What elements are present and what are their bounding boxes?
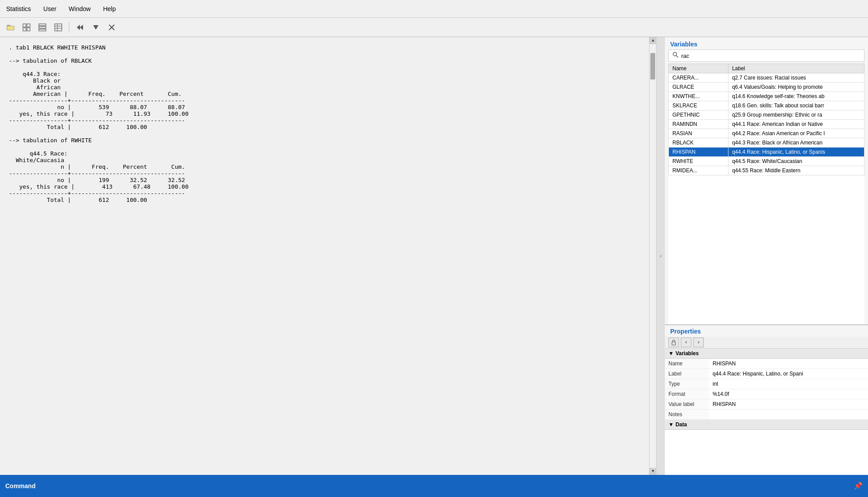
variables-section: Variables Name Label bbox=[665, 37, 868, 325]
property-row: Value label RHISPAN bbox=[665, 399, 868, 410]
results-text: . tab1 RBLACK RWHITE RHISPAN --> tabulat… bbox=[9, 44, 640, 203]
toolbar bbox=[0, 18, 868, 37]
menu-statistics[interactable]: Statistics bbox=[4, 4, 34, 14]
prop-key: Type bbox=[665, 379, 709, 389]
properties-body: ▼ Variables Name RHISPAN Label q44.4 Rac… bbox=[665, 349, 868, 475]
var-label: q44.5 Race: White/Caucasian bbox=[728, 157, 864, 166]
menubar: Statistics User Window Help bbox=[0, 0, 868, 18]
table-row[interactable]: RHISPAN q44.4 Race: Hispanic, Latino, or… bbox=[669, 148, 864, 157]
variables-section-header: Variables bbox=[665, 37, 868, 49]
menu-help[interactable]: Help bbox=[100, 4, 118, 14]
panel-collapse-button[interactable]: ‹ bbox=[656, 37, 665, 475]
var-label: q44.2 Race: Asian American or Pacific I bbox=[728, 129, 864, 138]
svg-rect-7 bbox=[39, 27, 46, 28]
var-name: GLRACE bbox=[669, 83, 728, 92]
var-name: SKLRACE bbox=[669, 101, 728, 110]
var-label: q18.6 Gen. skills: Talk about social bar… bbox=[728, 101, 864, 110]
back-button[interactable] bbox=[73, 20, 87, 34]
table-row[interactable]: CARERA... q2.7 Care issues: Racial issue… bbox=[669, 73, 864, 83]
dropdown-arrow[interactable] bbox=[89, 20, 103, 34]
prop-key: Name bbox=[665, 359, 709, 368]
var-label: q44.4 Race: Hispanic, Latino, or Spanis bbox=[728, 148, 864, 157]
svg-rect-9 bbox=[55, 24, 62, 31]
svg-rect-5 bbox=[27, 28, 30, 31]
table-row[interactable]: RWHITE q44.5 Race: White/Caucasian bbox=[669, 157, 864, 166]
svg-line-19 bbox=[676, 56, 679, 58]
next-button[interactable]: › bbox=[693, 338, 704, 347]
svg-rect-20 bbox=[672, 342, 676, 345]
properties-rows: Name RHISPAN Label q44.4 Race: Hispanic,… bbox=[665, 359, 868, 420]
properties-header: Properties bbox=[665, 325, 868, 337]
results-scrollbar[interactable]: ▲ ▼ bbox=[649, 37, 656, 475]
var-name: RBLACK bbox=[669, 138, 728, 148]
svg-rect-1 bbox=[7, 26, 14, 30]
var-label: q44.3 Race: Black or African American bbox=[728, 138, 864, 148]
right-panel: Variables Name Label bbox=[665, 37, 868, 475]
var-label: q25.9 Group membership: Ethnic or ra bbox=[728, 110, 864, 120]
svg-marker-13 bbox=[77, 25, 80, 30]
open-data-button[interactable] bbox=[4, 20, 18, 34]
prop-value: RHISPAN bbox=[709, 359, 868, 368]
prop-value: int bbox=[709, 379, 868, 389]
property-row: Format %14.0f bbox=[665, 389, 868, 399]
col-header-label: Label bbox=[728, 64, 864, 73]
grid-icon[interactable] bbox=[19, 20, 34, 34]
var-label: q44.1 Race: American Indian or Native bbox=[728, 120, 864, 129]
variables-search-input[interactable] bbox=[681, 53, 860, 59]
svg-marker-14 bbox=[80, 25, 83, 30]
scroll-down-arrow[interactable]: ▼ bbox=[649, 468, 657, 475]
data-subsection-toggle[interactable]: ▼ Data bbox=[665, 420, 868, 430]
scroll-thumb[interactable] bbox=[650, 53, 655, 80]
command-bar: Command 📌 bbox=[0, 475, 868, 497]
prop-value: RHISPAN bbox=[709, 399, 868, 409]
svg-rect-2 bbox=[23, 24, 26, 27]
triangle-icon: ▼ bbox=[668, 350, 674, 357]
variables-search-bar bbox=[668, 49, 864, 62]
table-row[interactable]: GPETHNIC q25.9 Group membership: Ethnic … bbox=[669, 110, 864, 120]
var-label: q44.55 Race: Middle Eastern bbox=[728, 166, 864, 175]
var-label: q6.4 Values/Goals: Helping to promote bbox=[728, 83, 864, 92]
prop-key: Label bbox=[665, 369, 709, 379]
prop-key: Notes bbox=[665, 410, 709, 419]
scroll-up-arrow[interactable]: ▲ bbox=[649, 37, 657, 44]
variables-subsection-toggle[interactable]: ▼ Variables bbox=[665, 349, 868, 359]
svg-marker-15 bbox=[93, 25, 98, 30]
results-icon[interactable] bbox=[51, 20, 65, 34]
properties-section: Properties ‹ › ▼ Variables bbox=[665, 325, 868, 475]
table-row[interactable]: RMIDEA... q44.55 Race: Middle Eastern bbox=[669, 166, 864, 175]
pin-icon[interactable]: 📌 bbox=[854, 482, 863, 490]
svg-rect-3 bbox=[27, 24, 30, 27]
var-name: GPETHNIC bbox=[669, 110, 728, 120]
svg-rect-4 bbox=[23, 28, 26, 31]
table-row[interactable]: RBLACK q44.3 Race: Black or African Amer… bbox=[669, 138, 864, 148]
svg-rect-8 bbox=[39, 29, 46, 31]
var-name: RASIAN bbox=[669, 129, 728, 138]
svg-rect-6 bbox=[39, 24, 46, 26]
triangle-icon-data: ▼ bbox=[668, 421, 674, 428]
var-label: q14.6 Knowledge self-rate: Theories ab bbox=[728, 92, 864, 101]
properties-title: Properties bbox=[670, 328, 701, 335]
results-container: . tab1 RBLACK RWHITE RHISPAN --> tabulat… bbox=[0, 37, 665, 475]
menu-window[interactable]: Window bbox=[66, 4, 94, 14]
var-name: KNWTHE... bbox=[669, 92, 728, 101]
table-row[interactable]: RASIAN q44.2 Race: Asian American or Pac… bbox=[669, 129, 864, 138]
menu-user[interactable]: User bbox=[41, 4, 59, 14]
prop-key: Value label bbox=[665, 399, 709, 409]
command-label: Command bbox=[5, 482, 35, 489]
var-name: RWHITE bbox=[669, 157, 728, 166]
table-row[interactable]: GLRACE q6.4 Values/Goals: Helping to pro… bbox=[669, 83, 864, 92]
table-row[interactable]: SKLRACE q18.6 Gen. skills: Talk about so… bbox=[669, 101, 864, 110]
grid2-icon[interactable] bbox=[35, 20, 49, 34]
var-name: RMIDEA... bbox=[669, 166, 728, 175]
close-button[interactable] bbox=[105, 20, 119, 34]
prev-button[interactable]: ‹ bbox=[681, 338, 691, 347]
var-name: CARERA... bbox=[669, 73, 728, 83]
lock-button[interactable] bbox=[668, 338, 679, 347]
table-row[interactable]: KNWTHE... q14.6 Knowledge self-rate: The… bbox=[669, 92, 864, 101]
table-row[interactable]: RAMINDN q44.1 Race: American Indian or N… bbox=[669, 120, 864, 129]
prop-value: q44.4 Race: Hispanic, Latino, or Spani bbox=[709, 369, 868, 379]
property-row: Label q44.4 Race: Hispanic, Latino, or S… bbox=[665, 369, 868, 379]
results-pane[interactable]: . tab1 RBLACK RWHITE RHISPAN --> tabulat… bbox=[0, 37, 649, 475]
var-name: RHISPAN bbox=[669, 148, 728, 157]
property-row: Type int bbox=[665, 379, 868, 389]
